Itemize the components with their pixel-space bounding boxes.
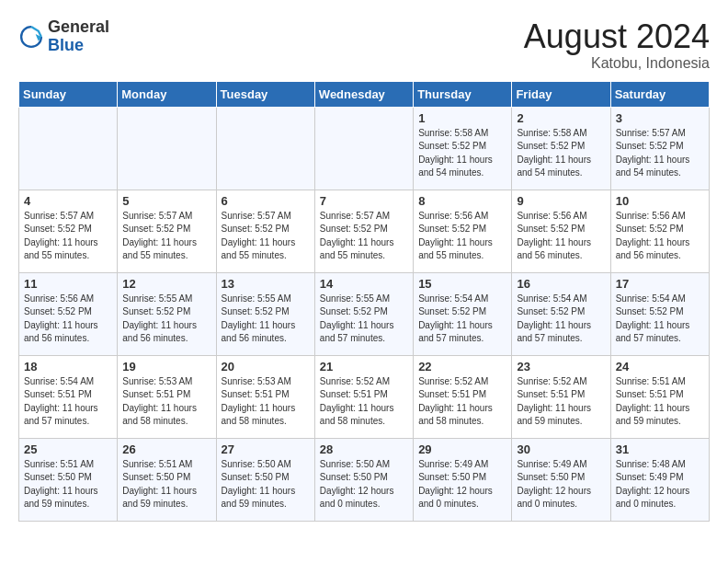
day-info: Sunrise: 5:58 AMSunset: 5:52 PMDaylight:…: [517, 127, 605, 180]
day-info: Sunrise: 5:57 AMSunset: 5:52 PMDaylight:…: [122, 210, 210, 263]
day-info: Sunrise: 5:54 AMSunset: 5:52 PMDaylight:…: [616, 293, 704, 346]
day-info: Sunrise: 5:49 AMSunset: 5:50 PMDaylight:…: [418, 458, 506, 511]
week-row-2: 11Sunrise: 5:56 AMSunset: 5:52 PMDayligh…: [19, 272, 710, 355]
day-info: Sunrise: 5:54 AMSunset: 5:52 PMDaylight:…: [418, 293, 506, 346]
day-number: 21: [320, 360, 408, 373]
day-number: 3: [616, 111, 704, 125]
day-info: Sunrise: 5:50 AMSunset: 5:50 PMDaylight:…: [222, 458, 310, 511]
day-number: 6: [222, 194, 310, 208]
day-number: 10: [616, 194, 704, 208]
calendar-cell: 11Sunrise: 5:56 AMSunset: 5:52 PMDayligh…: [19, 272, 118, 355]
calendar-cell: 24Sunrise: 5:51 AMSunset: 5:51 PMDayligh…: [610, 355, 709, 438]
day-info: Sunrise: 5:51 AMSunset: 5:50 PMDaylight:…: [24, 458, 112, 511]
col-header-tuesday: Tuesday: [216, 81, 314, 107]
calendar-cell: 5Sunrise: 5:57 AMSunset: 5:52 PMDaylight…: [118, 190, 216, 272]
day-info: Sunrise: 5:51 AMSunset: 5:51 PMDaylight:…: [616, 375, 704, 429]
day-number: 1: [418, 111, 506, 125]
title-block: August 2024 Katobu, Indonesia: [524, 18, 710, 72]
col-header-thursday: Thursday: [414, 81, 512, 107]
day-info: Sunrise: 5:57 AMSunset: 5:52 PMDaylight:…: [616, 127, 704, 180]
calendar-cell: 4Sunrise: 5:57 AMSunset: 5:52 PMDaylight…: [19, 190, 118, 272]
day-info: Sunrise: 5:52 AMSunset: 5:51 PMDaylight:…: [320, 375, 408, 429]
calendar-cell: 14Sunrise: 5:55 AMSunset: 5:52 PMDayligh…: [314, 272, 413, 355]
calendar-cell: 12Sunrise: 5:55 AMSunset: 5:52 PMDayligh…: [118, 272, 216, 355]
day-number: 12: [122, 277, 210, 291]
calendar-cell: 27Sunrise: 5:50 AMSunset: 5:50 PMDayligh…: [216, 438, 314, 521]
day-number: 13: [222, 277, 310, 291]
calendar-cell: 22Sunrise: 5:52 AMSunset: 5:51 PMDayligh…: [414, 355, 512, 438]
day-info: Sunrise: 5:52 AMSunset: 5:51 PMDaylight:…: [517, 375, 605, 429]
day-number: 30: [517, 442, 605, 456]
header-row: SundayMondayTuesdayWednesdayThursdayFrid…: [19, 81, 710, 107]
page-header: General Blue August 2024 Katobu, Indones…: [18, 18, 710, 72]
day-number: 5: [122, 194, 210, 208]
day-number: 20: [222, 360, 310, 373]
calendar-cell: 9Sunrise: 5:56 AMSunset: 5:52 PMDaylight…: [512, 190, 610, 272]
day-info: Sunrise: 5:52 AMSunset: 5:51 PMDaylight:…: [418, 375, 506, 429]
day-info: Sunrise: 5:50 AMSunset: 5:50 PMDaylight:…: [320, 458, 408, 511]
day-number: 28: [320, 442, 408, 456]
day-number: 23: [517, 360, 605, 373]
col-header-wednesday: Wednesday: [314, 81, 413, 107]
month-year: August 2024: [524, 18, 710, 55]
col-header-saturday: Saturday: [610, 81, 709, 107]
calendar-cell: 7Sunrise: 5:57 AMSunset: 5:52 PMDaylight…: [314, 190, 413, 272]
day-info: Sunrise: 5:56 AMSunset: 5:52 PMDaylight:…: [616, 210, 704, 263]
calendar-cell: [19, 107, 118, 190]
day-number: 27: [222, 442, 310, 456]
day-number: 16: [517, 277, 605, 291]
week-row-4: 25Sunrise: 5:51 AMSunset: 5:50 PMDayligh…: [19, 438, 710, 521]
day-info: Sunrise: 5:54 AMSunset: 5:52 PMDaylight:…: [517, 293, 605, 346]
day-number: 11: [24, 277, 112, 291]
week-row-3: 18Sunrise: 5:54 AMSunset: 5:51 PMDayligh…: [19, 355, 710, 438]
day-number: 25: [24, 442, 112, 456]
day-number: 4: [24, 194, 112, 208]
location: Katobu, Indonesia: [524, 55, 710, 72]
day-info: Sunrise: 5:48 AMSunset: 5:49 PMDaylight:…: [616, 458, 704, 511]
day-number: 2: [517, 111, 605, 125]
calendar-cell: 6Sunrise: 5:57 AMSunset: 5:52 PMDaylight…: [216, 190, 314, 272]
col-header-monday: Monday: [118, 81, 216, 107]
col-header-friday: Friday: [512, 81, 610, 107]
calendar-cell: 3Sunrise: 5:57 AMSunset: 5:52 PMDaylight…: [610, 107, 709, 190]
day-info: Sunrise: 5:58 AMSunset: 5:52 PMDaylight:…: [418, 127, 506, 180]
day-number: 9: [517, 194, 605, 208]
day-number: 15: [418, 277, 506, 291]
day-info: Sunrise: 5:49 AMSunset: 5:50 PMDaylight:…: [517, 458, 605, 511]
calendar-cell: [216, 107, 314, 190]
calendar-cell: 1Sunrise: 5:58 AMSunset: 5:52 PMDaylight…: [414, 107, 512, 190]
week-row-0: 1Sunrise: 5:58 AMSunset: 5:52 PMDaylight…: [19, 107, 710, 190]
day-number: 31: [616, 442, 704, 456]
calendar-cell: 19Sunrise: 5:53 AMSunset: 5:51 PMDayligh…: [118, 355, 216, 438]
day-number: 26: [122, 442, 210, 456]
calendar-cell: 29Sunrise: 5:49 AMSunset: 5:50 PMDayligh…: [414, 438, 512, 521]
day-info: Sunrise: 5:54 AMSunset: 5:51 PMDaylight:…: [24, 375, 112, 429]
col-header-sunday: Sunday: [19, 81, 118, 107]
calendar-table: SundayMondayTuesdayWednesdayThursdayFrid…: [18, 81, 710, 522]
day-info: Sunrise: 5:53 AMSunset: 5:51 PMDaylight:…: [222, 375, 310, 429]
calendar-cell: 16Sunrise: 5:54 AMSunset: 5:52 PMDayligh…: [512, 272, 610, 355]
calendar-cell: 31Sunrise: 5:48 AMSunset: 5:49 PMDayligh…: [610, 438, 709, 521]
calendar-cell: 18Sunrise: 5:54 AMSunset: 5:51 PMDayligh…: [19, 355, 118, 438]
calendar-cell: 13Sunrise: 5:55 AMSunset: 5:52 PMDayligh…: [216, 272, 314, 355]
calendar-cell: 10Sunrise: 5:56 AMSunset: 5:52 PMDayligh…: [610, 190, 709, 272]
calendar-cell: 15Sunrise: 5:54 AMSunset: 5:52 PMDayligh…: [414, 272, 512, 355]
calendar-cell: 30Sunrise: 5:49 AMSunset: 5:50 PMDayligh…: [512, 438, 610, 521]
day-number: 19: [122, 360, 210, 373]
logo-general: General: [48, 17, 109, 36]
calendar-cell: [118, 107, 216, 190]
day-info: Sunrise: 5:56 AMSunset: 5:52 PMDaylight:…: [418, 210, 506, 263]
calendar-cell: 21Sunrise: 5:52 AMSunset: 5:51 PMDayligh…: [314, 355, 413, 438]
calendar-cell: 23Sunrise: 5:52 AMSunset: 5:51 PMDayligh…: [512, 355, 610, 438]
day-info: Sunrise: 5:57 AMSunset: 5:52 PMDaylight:…: [320, 210, 408, 263]
week-row-1: 4Sunrise: 5:57 AMSunset: 5:52 PMDaylight…: [19, 190, 710, 272]
day-number: 24: [616, 360, 704, 373]
day-number: 22: [418, 360, 506, 373]
day-number: 8: [418, 194, 506, 208]
day-info: Sunrise: 5:56 AMSunset: 5:52 PMDaylight:…: [517, 210, 605, 263]
day-number: 17: [616, 277, 704, 291]
day-info: Sunrise: 5:53 AMSunset: 5:51 PMDaylight:…: [122, 375, 210, 429]
day-info: Sunrise: 5:55 AMSunset: 5:52 PMDaylight:…: [222, 293, 310, 346]
day-number: 29: [418, 442, 506, 456]
day-number: 7: [320, 194, 408, 208]
